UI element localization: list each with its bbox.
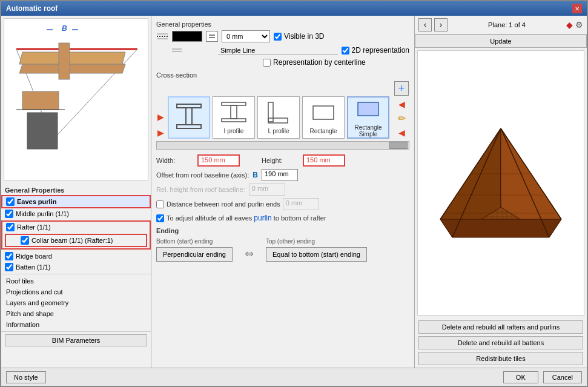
offset-letter: B [253, 171, 258, 179]
selected-profile[interactable] [168, 96, 210, 139]
preview-area: B [4, 18, 148, 180]
no-style-button[interactable]: No style [6, 371, 46, 383]
delete-rebuild-battens-button[interactable]: Delete and rebuild all battens [418, 336, 583, 349]
ending-cols: Bottom (start) ending Perpendicular endi… [156, 238, 409, 262]
svg-rect-24 [222, 119, 246, 122]
distance-check-row: Distance between roof and purlin ends 0 … [156, 198, 409, 210]
rep-centerline-checkbox[interactable] [263, 59, 271, 67]
adjust-check-row: To adjust altitude of all eaves purlin t… [156, 214, 409, 222]
cs-right-arrow-bottom[interactable]: ◀ [394, 127, 409, 139]
window-title: Automatic roof [6, 4, 58, 13]
section-item-information[interactable]: Information [1, 319, 151, 330]
width-value[interactable]: 150 mm [197, 154, 240, 167]
visible-3d-check[interactable]: Visible in 3D [274, 32, 324, 41]
bottom-bar: No style OK Cancel [1, 368, 587, 386]
visible-3d-label: Visible in 3D [284, 32, 324, 41]
svg-text:B: B [62, 24, 67, 33]
height-label: Height: [262, 157, 298, 164]
cross-section-title: Cross-section [156, 71, 409, 79]
ending-title: Ending [156, 227, 409, 234]
main-window: Automatic roof ✕ B [0, 0, 588, 387]
section-item-projections[interactable]: Projections and cut [1, 286, 151, 297]
red-diamond-icon[interactable]: ◆ [566, 20, 573, 30]
ending-bottom-button[interactable]: Perpendicular ending [156, 247, 233, 262]
cs-edit-button[interactable]: ✏ [394, 113, 409, 124]
ok-button[interactable]: OK [503, 371, 538, 383]
tree-general-label: General Properties [1, 185, 151, 195]
tree-item-eaves-purlin[interactable]: Eaves purlin [1, 195, 151, 208]
section-item-layers[interactable]: Layers and geometry [1, 297, 151, 308]
close-button[interactable]: ✕ [572, 4, 582, 13]
simple-line-label: Simple Line [218, 47, 338, 55]
cs-prev-top[interactable]: ▶ [156, 111, 165, 123]
svg-marker-7 [19, 64, 125, 73]
cs-prev-bottom[interactable]: ▶ [156, 127, 165, 139]
props-row-1: 0 mm Visible in 3D [156, 30, 409, 42]
general-properties-title: General properties [156, 21, 409, 28]
section-item-roof-tiles[interactable]: Roof tiles [1, 276, 151, 286]
swap-icon[interactable]: ⇔ [242, 247, 256, 260]
ending-section: Ending Bottom (start) ending Perpendicul… [156, 227, 409, 262]
ending-top-button[interactable]: Equal to bottom (start) ending [266, 247, 367, 262]
width-dropdown[interactable]: 0 mm [222, 30, 270, 42]
tree-section: General Properties Eaves purlin Middle p… [1, 183, 151, 368]
profile-rectangle-simple[interactable]: Rectangle Simple [347, 96, 389, 139]
tree-item-batten[interactable]: Batten (1/1) [1, 262, 151, 273]
label-eaves-purlin: Eaves purlin [17, 198, 56, 205]
tree-item-collar-beam[interactable]: Collar beam (1/1) (Rafter:1) [5, 234, 147, 247]
tree-item-middle-purlin[interactable]: Middle purlin (1/1) [1, 208, 151, 219]
distance-checkbox[interactable] [156, 200, 164, 208]
checkbox-batten[interactable] [5, 263, 13, 271]
spacer1 [156, 45, 168, 56]
cs-add-button[interactable]: + [394, 81, 409, 96]
color-swatch[interactable] [172, 31, 202, 42]
checkbox-eaves-purlin[interactable] [6, 197, 15, 206]
next-plane-button[interactable]: › [434, 18, 448, 31]
delete-rebuild-rafters-button[interactable]: Delete and rebuild all rafters and purli… [418, 320, 583, 334]
visible-3d-checkbox[interactable] [274, 33, 282, 41]
distance-value: 0 mm [283, 198, 319, 210]
profile-l[interactable]: L profile [257, 96, 300, 139]
adjust-checkbox[interactable] [156, 214, 164, 222]
tree-item-rafter[interactable]: Rafter (1/1) [2, 222, 150, 233]
update-button[interactable]: Update [415, 35, 587, 48]
bottom-left: No style [6, 371, 46, 383]
label-batten: Batten (1/1) [16, 263, 50, 271]
tree-item-ridge-board[interactable]: Ridge board [1, 251, 151, 262]
ending-top-label: Top (other) ending [266, 238, 367, 245]
label-middle-purlin: Middle purlin (1/1) [16, 210, 69, 217]
rep-2d-label: 2D representation [352, 46, 409, 55]
profile-rectangle-label: Rectangle [309, 128, 337, 134]
profile-i[interactable]: I profile [213, 96, 255, 139]
checkbox-middle-purlin[interactable] [5, 210, 13, 218]
svg-rect-8 [59, 43, 70, 79]
rel-row: Rel. height from roof baseline: 0 mm [156, 184, 409, 196]
cancel-button[interactable]: Cancel [543, 371, 582, 383]
distance-label: Distance between roof and purlin ends [167, 200, 280, 208]
rel-label: Rel. height from roof baseline: [156, 186, 245, 193]
right-panel: ‹ › Plane: 1 of 4 ◆ ⚙ Update [414, 16, 587, 368]
redistribute-tiles-button[interactable]: Redistribute tiles [418, 352, 583, 365]
cs-right-arrow-top[interactable]: ◀ [394, 98, 409, 110]
profile-rectangle[interactable]: Rectangle [302, 96, 345, 139]
height-value[interactable]: 150 mm [303, 154, 345, 167]
rep-centerline-check[interactable]: Representation by centerline [263, 58, 366, 67]
gear-icon[interactable]: ⚙ [575, 20, 583, 30]
checkbox-collar-beam[interactable] [21, 236, 29, 245]
section-item-pitch[interactable]: Pitch and shape [1, 308, 151, 319]
rep-2d-checkbox[interactable] [342, 47, 349, 55]
prev-plane-button[interactable]: ‹ [418, 18, 432, 31]
rep-2d-check[interactable]: 2D representation [342, 46, 409, 55]
left-panel: B [1, 16, 151, 368]
profile-i-label: I profile [224, 128, 244, 134]
cs-buttons: + ◀ ✏ ◀ [394, 81, 409, 139]
bim-parameters-button[interactable]: BIM Parameters [5, 334, 147, 346]
profile-rectangle-simple-label: Rectangle Simple [348, 124, 388, 137]
cross-section-scrollbar[interactable] [156, 141, 409, 150]
checkbox-ridge-board[interactable] [5, 252, 13, 260]
rel-value: 0 mm [249, 184, 285, 196]
svg-rect-23 [231, 105, 237, 119]
svg-rect-27 [313, 106, 334, 119]
offset-value[interactable]: 190 mm [262, 169, 298, 181]
checkbox-rafter[interactable] [6, 223, 15, 231]
